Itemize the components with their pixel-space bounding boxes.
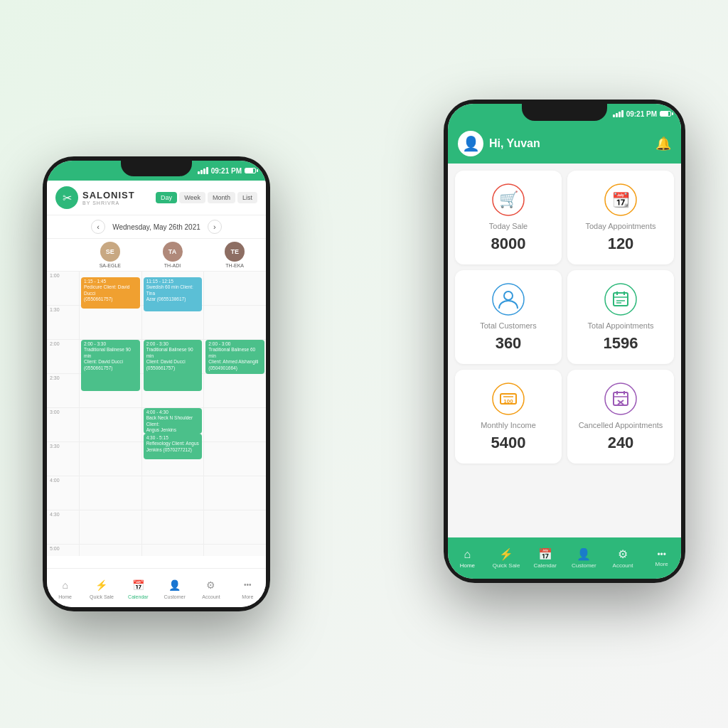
stylist-avatar-sa-egle: SE	[100, 242, 120, 262]
svg-point-17	[605, 383, 636, 414]
nav-customer-label: Customer	[164, 594, 185, 599]
dash-bottom-nav: ⌂ Home ⚡ Quick Sale 📅 Calendar 👤 Custome…	[448, 537, 681, 579]
card-cancelled-appointments[interactable]: Cancelled Appointments 240	[567, 370, 674, 464]
dash-calendar-icon: 📅	[538, 547, 552, 561]
salon-logo: ✂ SALONIST BY SHRIVRA	[55, 186, 135, 209]
home-icon: ⌂	[58, 577, 73, 593]
bottom-nav-left: ⌂ Home ⚡ Quick Sale 📅 Calendar 👤 Custome…	[47, 568, 266, 607]
battery-icon-right	[660, 111, 671, 117]
prev-date-button[interactable]: ‹	[91, 220, 105, 234]
dash-screen-content: 09:21 PM 👤 Hi, Yuvan 🔔	[448, 104, 681, 579]
signal-icon-right	[613, 110, 623, 117]
today-sale-label: Today Sale	[489, 222, 528, 230]
appointment-reflexology[interactable]: 4:30 - 5:15Reflexology Client: AngusJenk…	[144, 434, 203, 459]
more-icon: •••	[240, 577, 255, 593]
time-3: 2:00	[47, 340, 79, 374]
tab-day[interactable]: Day	[156, 192, 177, 203]
appointment-pedicure[interactable]: 1:15 - 1:45Pedicure Client: David Ducci(…	[81, 277, 140, 309]
appointment-balinese-60[interactable]: 2:00 - 3:00Traditional Balinese 60 minCl…	[205, 340, 264, 374]
svg-text:100: 100	[503, 398, 513, 405]
dash-nav-quicksale[interactable]: ⚡ Quick Sale	[487, 547, 526, 569]
nav-quicksale-label: Quick Sale	[90, 594, 114, 599]
dash-nav-customer[interactable]: 👤 Customer	[564, 547, 604, 569]
user-avatar: 👤	[458, 131, 483, 156]
nav-account-left[interactable]: ⚙ Account	[193, 577, 229, 599]
time-5: 3:00	[47, 408, 79, 442]
calendar-icon: 📅	[130, 577, 146, 593]
total-customers-icon	[491, 282, 526, 317]
salon-header: ✂ SALONIST BY SHRIVRA Day Week Month Lis…	[47, 181, 266, 215]
bell-icon[interactable]: 🔔	[655, 136, 671, 151]
left-phone-screen: 09:21 PM ✂ SALONIST BY SHRIVRA Day Week	[47, 161, 266, 607]
time-8: 4:30	[47, 510, 79, 545]
dash-nav-home[interactable]: ⌂ Home	[448, 548, 487, 569]
nav-calendar-left[interactable]: 📅 Calendar	[120, 577, 156, 599]
tab-week[interactable]: Week	[179, 192, 205, 203]
appointment-swedish[interactable]: 11:15 - 12:15Swedish 60 min Client: Tina…	[144, 277, 203, 311]
time-column: 1:00 1:30 2:00 2:30 3:00 3:30 4:00 4:30 …	[47, 272, 79, 556]
slot	[204, 374, 266, 408]
dash-customer-label: Customer	[572, 562, 596, 569]
time-6: 3:30	[47, 442, 79, 476]
slot	[204, 306, 266, 340]
total-appt-icon	[603, 282, 638, 317]
dash-header-left: 👤 Hi, Yuvan	[458, 131, 540, 156]
appointment-back-neck[interactable]: 4:00 - 4:30Back Neck N Shoulder Client:A…	[144, 408, 203, 434]
svg-rect-18	[614, 392, 628, 405]
tab-list[interactable]: List	[237, 192, 257, 203]
slot	[80, 545, 141, 556]
stylist-name-th-eka: TH-EKA	[225, 263, 244, 268]
stylist-name-sa-egle: SA-EGLE	[100, 263, 121, 268]
dash-home-label: Home	[460, 562, 475, 569]
monthly-income-value: 5400	[491, 434, 526, 452]
slot	[80, 476, 141, 510]
avatar-placeholder: SE	[100, 242, 120, 262]
stylist-col-th-adi: 11:15 - 12:15Swedish 60 min Client: Tina…	[141, 272, 204, 556]
right-phone-screen: 09:21 PM 👤 Hi, Yuvan 🔔	[448, 104, 681, 579]
stylist-name-th-adi: TH-ADI	[164, 263, 181, 268]
today-appt-value: 120	[608, 235, 634, 253]
slot	[204, 510, 266, 545]
stylist-col-th-eka: 2:00 - 3:00Traditional Balinese 60 minCl…	[203, 272, 266, 556]
dash-nav-calendar[interactable]: 📅 Calendar	[525, 547, 564, 569]
next-date-button[interactable]: ›	[208, 220, 222, 234]
nav-quicksale-left[interactable]: ⚡ Quick Sale	[83, 577, 119, 599]
stylist-row: SE SA-EGLE TA TH-ADI TE TH-EKA	[47, 239, 266, 272]
dash-quicksale-label: Quick Sale	[493, 562, 520, 569]
card-today-sale[interactable]: 🛒 Today Sale 8000	[455, 171, 562, 264]
today-sale-value: 8000	[491, 235, 526, 253]
svg-point-6	[605, 284, 636, 315]
nav-more-left[interactable]: ••• More	[230, 577, 266, 599]
slot	[204, 408, 266, 442]
card-total-appointments[interactable]: Total Appointments 1596	[567, 270, 674, 364]
left-phone: 09:21 PM ✂ SALONIST BY SHRIVRA Day Week	[43, 156, 270, 611]
view-tabs[interactable]: Day Week Month List	[156, 192, 257, 203]
nav-home-left[interactable]: ⌂ Home	[47, 577, 83, 599]
time-col-header	[47, 242, 79, 268]
card-monthly-income[interactable]: 100 Monthly Income 5400	[455, 370, 562, 464]
appointment-balinese-2[interactable]: 2:00 - 3:30Traditional Balinese 90 minCl…	[144, 340, 203, 391]
current-date: Wednesday, May 26th 2021	[112, 223, 200, 231]
tab-month[interactable]: Month	[208, 192, 235, 203]
salon-sub: BY SHRIVRA	[82, 200, 135, 205]
dash-account-icon: ⚙	[618, 547, 628, 561]
right-phone: 09:21 PM 👤 Hi, Yuvan 🔔	[444, 100, 685, 583]
appointment-balinese-1[interactable]: 2:00 - 3:30Traditional Balinese 90 minCl…	[81, 340, 140, 391]
cancelled-appt-label: Cancelled Appointments	[579, 421, 663, 429]
nav-customer-left[interactable]: 👤 Customer	[156, 577, 193, 599]
stylist-th-adi: TA TH-ADI	[141, 242, 204, 268]
slot	[80, 408, 141, 442]
stylist-avatar-th-eka: TE	[225, 242, 245, 262]
time-2: 1:30	[47, 306, 79, 340]
slot	[80, 510, 141, 545]
notch-right	[522, 104, 607, 121]
card-total-customers[interactable]: Total Customers 360	[455, 270, 562, 364]
time-9: 5:00	[47, 545, 79, 556]
card-today-appointments[interactable]: 📆 Today Appointments 120	[567, 171, 674, 264]
dash-nav-more[interactable]: ••• More	[642, 550, 681, 567]
dash-nav-account[interactable]: ⚙ Account	[604, 547, 643, 569]
slot	[142, 476, 204, 510]
total-customers-value: 360	[496, 334, 522, 353]
avatar-placeholder-2: TA	[163, 242, 183, 262]
battery-icon	[245, 168, 256, 173]
